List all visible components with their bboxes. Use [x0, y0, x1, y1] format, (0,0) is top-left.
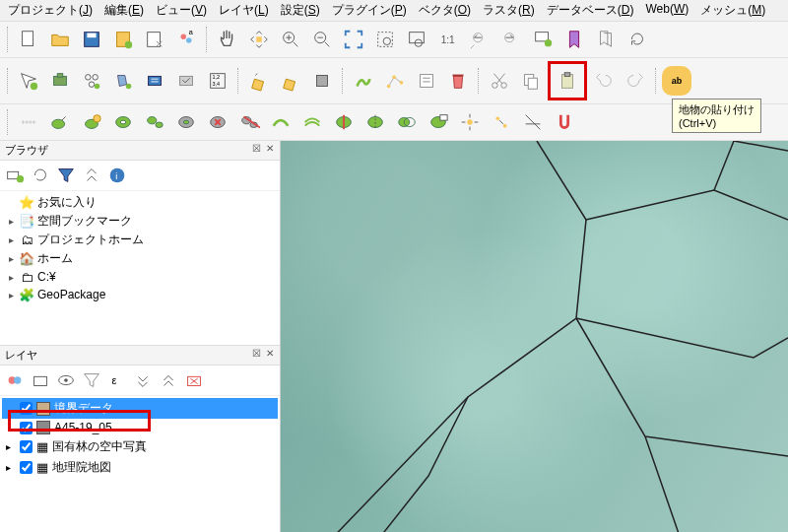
paste-features-button[interactable]	[553, 66, 582, 96]
new-shapefile-button[interactable]	[77, 66, 106, 96]
layer-visibility-checkbox[interactable]	[20, 461, 33, 474]
menu-vector[interactable]: ベクタ(O)	[419, 2, 471, 19]
properties-icon[interactable]: i	[105, 164, 129, 187]
layer-boundary[interactable]: 境界データ	[2, 398, 278, 419]
expand-arrow-icon[interactable]: ▸	[6, 272, 16, 283]
menu-project[interactable]: プロジェクト(J)	[8, 2, 93, 19]
new-geopackage-button[interactable]	[45, 66, 75, 96]
add-selected-button[interactable]	[77, 107, 106, 137]
copy-features-button[interactable]	[516, 66, 546, 96]
expression-filter-icon[interactable]: ε	[105, 368, 129, 392]
current-edits-button[interactable]	[244, 66, 274, 96]
new-bookmark-button[interactable]	[559, 25, 589, 54]
browser-panel-title[interactable]: ブラウザ ☒ ✕	[0, 141, 280, 161]
snapping-button[interactable]	[550, 107, 579, 137]
layout-manager-button[interactable]	[140, 25, 169, 54]
zoom-last-button[interactable]	[465, 25, 494, 54]
new-virtual-layer-button[interactable]	[140, 66, 169, 96]
layer-visibility-checkbox[interactable]	[20, 440, 33, 453]
layer-style-icon[interactable]	[3, 368, 27, 392]
new-spatialite-button[interactable]	[108, 66, 138, 96]
new-map-view-button[interactable]	[528, 25, 558, 54]
abc-label-button[interactable]: ab	[662, 66, 691, 96]
collapse-all-layers-icon[interactable]	[157, 368, 180, 392]
split-features-button[interactable]	[329, 107, 359, 137]
zoom-out-button[interactable]	[307, 25, 337, 54]
browser-item-project-home[interactable]: ▸🗂プロジェクトホーム	[4, 231, 276, 249]
delete-ring-button[interactable]	[203, 107, 232, 137]
expand-arrow-icon[interactable]: ▸	[6, 216, 16, 227]
reshape-button[interactable]	[266, 107, 296, 137]
offset-point-symbols-button[interactable]	[487, 107, 516, 137]
browser-tree[interactable]: ⭐お気に入り▸📑空間ブックマーク▸🗂プロジェクトホーム▸🏠ホーム▸🗀C:¥▸🧩G…	[0, 191, 280, 345]
browser-item-favorites[interactable]: ⭐お気に入り	[4, 193, 276, 212]
menu-edit[interactable]: 編集(E)	[104, 2, 144, 19]
style-manager-button[interactable]: a	[171, 25, 201, 54]
panel-controls[interactable]: ☒ ✕	[252, 143, 275, 158]
filter-browser-icon[interactable]	[54, 164, 78, 187]
save-project-button[interactable]	[77, 25, 106, 54]
expand-all-icon[interactable]	[131, 368, 155, 392]
browser-item-geopackage[interactable]: ▸🧩GeoPackage	[4, 286, 276, 303]
menu-settings[interactable]: 設定(S)	[281, 2, 320, 19]
show-bookmarks-button[interactable]	[591, 25, 621, 54]
add-group-icon[interactable]	[29, 368, 52, 392]
refresh-browser-icon[interactable]	[29, 164, 52, 187]
expand-arrow-icon[interactable]: ▸	[6, 441, 16, 452]
map-canvas[interactable]	[281, 141, 788, 532]
layer-gsi-map[interactable]: ▸▦地理院地図	[2, 457, 278, 478]
rotate-point-symbols-button[interactable]	[455, 107, 485, 137]
menu-raster[interactable]: ラスタ(R)	[483, 2, 535, 19]
expand-arrow-icon[interactable]: ▸	[6, 462, 16, 473]
layer-a45[interactable]: A45-19_05	[2, 419, 278, 436]
add-feature-button[interactable]	[349, 66, 378, 96]
menu-database[interactable]: データベース(D)	[547, 2, 634, 19]
add-csv-button[interactable]: 1,23,4	[203, 66, 232, 96]
merge-features-button[interactable]	[392, 107, 422, 137]
zoom-native-button[interactable]: 1:1	[433, 25, 463, 54]
modify-attributes-button[interactable]	[412, 66, 441, 96]
layer-visibility-checkbox[interactable]	[20, 402, 33, 415]
menu-layer[interactable]: レイヤ(L)	[219, 2, 269, 19]
zoom-in-button[interactable]	[276, 25, 305, 54]
redo-button[interactable]	[621, 66, 650, 96]
merge-attributes-button[interactable]	[424, 107, 453, 137]
new-print-layout-button[interactable]	[108, 25, 138, 54]
undo-button[interactable]	[589, 66, 619, 96]
add-part-button[interactable]	[140, 107, 169, 137]
layer-forest-photo[interactable]: ▸▦国有林の空中写真	[2, 436, 278, 457]
layers-list[interactable]: 境界データA45-19_05▸▦国有林の空中写真▸▦地理院地図	[0, 396, 280, 480]
expand-arrow-icon[interactable]: ▸	[6, 234, 16, 245]
measure-button[interactable]	[14, 107, 43, 137]
move-feature-button[interactable]	[45, 107, 75, 137]
pan-button[interactable]	[213, 25, 242, 54]
menu-view[interactable]: ビュー(V)	[156, 2, 207, 19]
collapse-all-icon[interactable]	[80, 164, 103, 187]
browser-item-drive-c[interactable]: ▸🗀C:¥	[4, 268, 276, 286]
zoom-to-selection-button[interactable]	[370, 25, 400, 54]
layers-panel-title[interactable]: レイヤ ☒ ✕	[0, 346, 280, 366]
filter-legend-icon[interactable]	[80, 368, 103, 392]
remove-layer-icon[interactable]	[182, 368, 206, 392]
vertex-tool-button[interactable]	[380, 66, 410, 96]
trim-extend-button[interactable]	[518, 107, 548, 137]
expand-arrow-icon[interactable]: ▸	[6, 290, 16, 300]
layer-visibility-checkbox[interactable]	[20, 422, 33, 434]
menu-mesh[interactable]: メッシュ(M)	[700, 2, 765, 19]
zoom-to-layer-button[interactable]	[402, 25, 431, 54]
add-wms-button[interactable]	[171, 66, 201, 96]
new-vector-layer-button[interactable]	[14, 66, 43, 96]
panel-controls[interactable]: ☒ ✕	[252, 348, 275, 363]
add-ring-button[interactable]	[108, 107, 138, 137]
menu-plugin[interactable]: プラグイン(P)	[332, 2, 407, 19]
expand-arrow-icon[interactable]: ▸	[6, 253, 16, 264]
browser-item-spatial-bookmarks[interactable]: ▸📑空間ブックマーク	[4, 212, 276, 231]
menu-web[interactable]: Web(W)	[645, 2, 689, 19]
offset-curve-button[interactable]	[297, 107, 327, 137]
cut-features-button[interactable]	[485, 66, 514, 96]
zoom-next-button[interactable]	[496, 25, 526, 54]
add-layer-icon[interactable]	[3, 164, 27, 187]
browser-item-home[interactable]: ▸🏠ホーム	[4, 249, 276, 268]
zoom-full-button[interactable]	[339, 25, 368, 54]
toggle-editing-button[interactable]	[276, 66, 305, 96]
